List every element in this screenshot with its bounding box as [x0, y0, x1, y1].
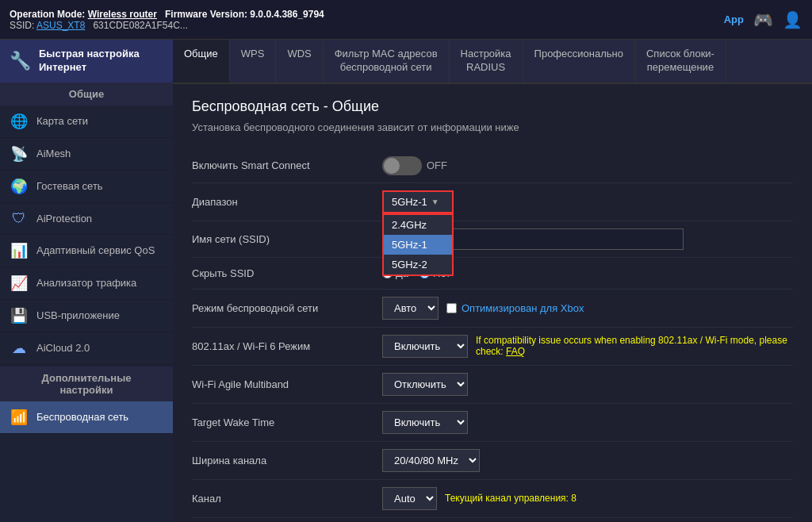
agile-multiband-label: Wi-Fi Agile Multiband — [192, 378, 382, 390]
wifi6-note: If compatibility issue occurs when enabl… — [476, 335, 793, 357]
quick-setup-item[interactable]: 🔧 Быстрая настройкаИнтернет — [0, 40, 173, 83]
gamepad-icon[interactable]: 🎮 — [753, 10, 773, 29]
sidebar-item-wireless-label: Беспроводная сеть — [36, 411, 128, 423]
page-title: Беспроводная сеть - Общие — [192, 98, 793, 115]
page-subtitle: Установка беспроводного соединения завис… — [192, 121, 793, 133]
faq-link[interactable]: FAQ — [506, 346, 525, 357]
tab-wps[interactable]: WPS — [230, 40, 277, 83]
channel-row: Канал Auto Текущий канал управления: 8 — [192, 480, 793, 518]
sidebar-item-wireless[interactable]: 📶 Беспроводная сеть — [0, 401, 173, 434]
smart-connect-label: Включить Smart Connect — [192, 159, 382, 171]
op-mode-label: Operation Mode: — [10, 9, 85, 20]
sidebar-item-network-map-label: Карта сети — [36, 115, 88, 127]
advanced-section-header: Дополнительныенастройки — [0, 367, 173, 401]
sidebar-item-aicloud-label: AiCloud 2.0 — [36, 342, 90, 354]
xbox-checkbox[interactable] — [446, 303, 457, 313]
band-option-2ghz[interactable]: 2.4GHz — [384, 215, 452, 235]
twt-row: Target Wake Time Включить Отключить — [192, 404, 793, 442]
wireless-icon: 📶 — [10, 409, 29, 426]
ssid-line: SSID: ASUS_XT8 631CDE082A1F54C... — [10, 20, 324, 31]
quick-setup-label: Быстрая настройкаИнтернет — [39, 48, 140, 75]
channel-select[interactable]: Auto — [382, 487, 437, 510]
tab-professional[interactable]: Профессионально — [523, 40, 635, 83]
agile-multiband-control: Включить Отключить — [382, 373, 793, 396]
sidebar-item-qos[interactable]: 📊 Адаптивный сервис QoS — [0, 235, 173, 267]
channel-width-row: Ширина канала 20/40/80 MHz 20 MHz 40 MHz… — [192, 442, 793, 480]
header-info: Operation Mode: Wireless router Firmware… — [10, 9, 324, 31]
sidebar-item-aicloud[interactable]: ☁ AiCloud 2.0 — [0, 332, 173, 365]
firmware-label: Firmware Version: — [165, 9, 247, 20]
ssid-label: SSID: — [10, 20, 34, 31]
xbox-label: Оптимизирован для Xbox — [462, 302, 584, 314]
wireless-mode-control: Авто Оптимизирован для Xbox — [382, 297, 793, 320]
sidebar-item-guest-network[interactable]: 🌍 Гостевая сеть — [0, 171, 173, 203]
sidebar-item-usb-label: USB-приложение — [36, 309, 120, 321]
content-area: Беспроводная сеть - Общие Установка бесп… — [173, 84, 812, 522]
band-option-5ghz2[interactable]: 5GHz-2 — [384, 255, 452, 274]
channel-width-label: Ширина канала — [192, 455, 382, 466]
band-dropdown-arrow: ▼ — [431, 198, 439, 206]
sidebar: 🔧 Быстрая настройкаИнтернет Общие 🌐 Карт… — [0, 40, 173, 522]
agile-multiband-select[interactable]: Включить Отключить — [382, 373, 468, 396]
sidebar-item-aimesh[interactable]: 📡 AiMesh — [0, 138, 173, 171]
tab-mac-filter[interactable]: Фильтр MAC адресовбеспроводной сети — [324, 40, 450, 83]
sidebar-item-qos-label: Адаптивный сервис QoS — [36, 244, 155, 256]
band-selected-value: 5GHz-1 — [392, 196, 427, 208]
channel-label: Канал — [192, 493, 382, 505]
tab-block-list[interactable]: Список блоки-перемещение — [635, 40, 726, 83]
ssid-field-label: Имя сети (SSID) — [192, 233, 382, 245]
band-dropdown[interactable]: 5GHz-1 ▼ 2.4GHz 5GHz-1 5GHz-2 — [382, 190, 454, 213]
hide-ssid-row: Скрыть SSID Да Нет — [192, 258, 793, 290]
firmware-value: 9.0.0.4.386_9794 — [250, 9, 324, 20]
op-mode-value[interactable]: Wireless router — [88, 9, 157, 20]
wireless-mode-label: Режим беспроводной сети — [192, 302, 382, 314]
sidebar-item-aimesh-label: AiMesh — [36, 148, 71, 159]
xbox-checkbox-item[interactable]: Оптимизирован для Xbox — [446, 302, 584, 314]
general-section-header: Общие — [0, 83, 173, 106]
sidebar-item-traffic[interactable]: 📈 Анализатор трафика — [0, 267, 173, 300]
ssid-suffix: 631CDE082A1F54C... — [93, 20, 187, 31]
quick-setup-icon: 🔧 — [10, 51, 31, 71]
guest-network-icon: 🌍 — [10, 178, 29, 195]
hide-ssid-label: Скрыть SSID — [192, 267, 382, 279]
op-mode-line: Operation Mode: Wireless router Firmware… — [10, 9, 324, 20]
sidebar-item-aiprotection[interactable]: 🛡 AiProtection — [0, 203, 173, 235]
band-control: 5GHz-1 ▼ 2.4GHz 5GHz-1 5GHz-2 — [382, 190, 793, 213]
wifi6-control: Включить Отключить If compatibility issu… — [382, 335, 793, 358]
smart-connect-row: Включить Smart Connect OFF — [192, 149, 793, 183]
band-dropdown-trigger[interactable]: 5GHz-1 ▼ — [382, 190, 454, 213]
aiprotection-icon: 🛡 — [10, 210, 29, 227]
twt-control: Включить Отключить — [382, 411, 793, 434]
aicloud-icon: ☁ — [10, 340, 29, 357]
toggle-off-label: OFF — [427, 159, 447, 171]
smart-connect-toggle[interactable]: OFF — [382, 156, 447, 175]
tab-general[interactable]: Общие — [173, 40, 230, 83]
band-label: Диапазон — [192, 196, 382, 208]
wifi6-row: 802.11ax / Wi-Fi 6 Режим Включить Отключ… — [192, 328, 793, 366]
band-option-5ghz1[interactable]: 5GHz-1 — [384, 235, 452, 255]
channel-width-select[interactable]: 20/40/80 MHz 20 MHz 40 MHz 80 MHz — [382, 449, 480, 472]
header: Operation Mode: Wireless router Firmware… — [0, 0, 812, 40]
wifi6-select[interactable]: Включить Отключить — [382, 335, 468, 358]
app-label: App — [724, 13, 744, 25]
tab-wds[interactable]: WDS — [276, 40, 323, 83]
header-right: App 🎮 👤 — [724, 10, 802, 29]
tab-radius[interactable]: НастройкаRADIUS — [450, 40, 523, 83]
ssid-value[interactable]: ASUS_XT8 — [36, 20, 85, 31]
sidebar-item-aiprotection-label: AiProtection — [36, 213, 92, 225]
main-content: Общие WPS WDS Фильтр MAC адресовбеспрово… — [173, 40, 812, 522]
channel-width-control: 20/40/80 MHz 20 MHz 40 MHz 80 MHz — [382, 449, 793, 472]
sidebar-item-usb[interactable]: 💾 USB-приложение — [0, 300, 173, 332]
twt-label: Target Wake Time — [192, 416, 382, 428]
band-dropdown-menu: 2.4GHz 5GHz-1 5GHz-2 — [382, 213, 454, 276]
agile-multiband-row: Wi-Fi Agile Multiband Включить Отключить — [192, 366, 793, 404]
sidebar-item-network-map[interactable]: 🌐 Карта сети — [0, 106, 173, 138]
twt-select[interactable]: Включить Отключить — [382, 411, 468, 434]
sidebar-item-traffic-label: Анализатор трафика — [36, 277, 136, 289]
toggle-switch[interactable] — [382, 156, 422, 175]
wireless-mode-select[interactable]: Авто — [382, 297, 439, 320]
traffic-icon: 📈 — [10, 274, 29, 292]
band-row: Диапазон 5GHz-1 ▼ 2.4GHz 5GHz-1 5GHz-2 — [192, 183, 793, 221]
wireless-mode-row: Режим беспроводной сети Авто Оптимизиров… — [192, 290, 793, 328]
user-icon[interactable]: 👤 — [783, 10, 802, 29]
